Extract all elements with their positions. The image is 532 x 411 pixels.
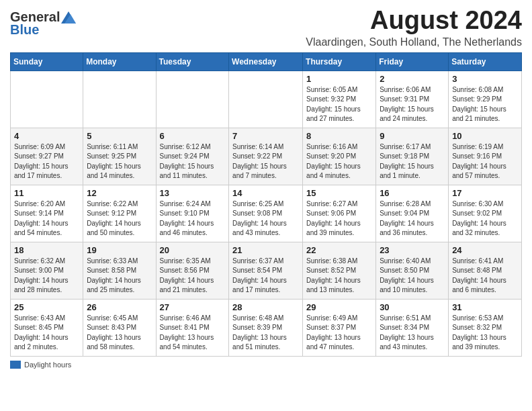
day-info: Sunrise: 6:40 AM Sunset: 8:50 PM Dayligh… — [380, 257, 445, 295]
calendar-cell: 23Sunrise: 6:40 AM Sunset: 8:50 PM Dayli… — [376, 242, 449, 299]
calendar-table: SundayMondayTuesdayWednesdayThursdayFrid… — [10, 52, 522, 357]
day-info: Sunrise: 6:09 AM Sunset: 9:27 PM Dayligh… — [14, 142, 79, 181]
calendar-cell: 30Sunrise: 6:51 AM Sunset: 8:34 PM Dayli… — [376, 299, 449, 356]
weekday-header-wednesday: Wednesday — [229, 52, 303, 71]
calendar-cell: 7Sunrise: 6:14 AM Sunset: 9:22 PM Daylig… — [229, 128, 303, 185]
day-info: Sunrise: 6:48 AM Sunset: 8:39 PM Dayligh… — [232, 314, 299, 353]
day-info: Sunrise: 6:19 AM Sunset: 9:16 PM Dayligh… — [452, 142, 518, 181]
day-info: Sunrise: 6:33 AM Sunset: 8:58 PM Dayligh… — [87, 257, 152, 295]
day-number: 12 — [87, 188, 152, 198]
weekday-header-saturday: Saturday — [449, 52, 522, 71]
day-info: Sunrise: 6:20 AM Sunset: 9:14 PM Dayligh… — [14, 199, 79, 238]
day-info: Sunrise: 6:25 AM Sunset: 9:08 PM Dayligh… — [232, 199, 299, 238]
calendar-cell: 18Sunrise: 6:32 AM Sunset: 9:00 PM Dayli… — [11, 242, 83, 299]
calendar-cell — [11, 71, 83, 128]
day-number: 13 — [160, 188, 226, 198]
calendar-cell: 28Sunrise: 6:48 AM Sunset: 8:39 PM Dayli… — [229, 299, 303, 356]
day-number: 19 — [87, 245, 152, 255]
day-info: Sunrise: 6:41 AM Sunset: 8:48 PM Dayligh… — [452, 257, 518, 295]
logo-icon — [61, 11, 76, 24]
day-info: Sunrise: 6:05 AM Sunset: 9:32 PM Dayligh… — [306, 85, 372, 124]
day-number: 7 — [232, 131, 299, 141]
calendar-cell: 16Sunrise: 6:28 AM Sunset: 9:04 PM Dayli… — [376, 185, 449, 242]
calendar-cell: 2Sunrise: 6:06 AM Sunset: 9:31 PM Daylig… — [376, 71, 449, 128]
calendar-cell — [83, 71, 156, 128]
day-info: Sunrise: 6:16 AM Sunset: 9:20 PM Dayligh… — [306, 142, 372, 181]
day-number: 10 — [452, 131, 518, 141]
logo-blue-text: Blue — [10, 22, 39, 38]
calendar-cell: 9Sunrise: 6:17 AM Sunset: 9:18 PM Daylig… — [376, 128, 449, 185]
day-number: 31 — [452, 302, 518, 312]
day-number: 2 — [380, 74, 445, 84]
weekday-header-tuesday: Tuesday — [156, 52, 229, 71]
calendar-cell: 1Sunrise: 6:05 AM Sunset: 9:32 PM Daylig… — [303, 71, 376, 128]
calendar-week-row: 11Sunrise: 6:20 AM Sunset: 9:14 PM Dayli… — [11, 185, 522, 242]
calendar-cell: 11Sunrise: 6:20 AM Sunset: 9:14 PM Dayli… — [11, 185, 83, 242]
day-number: 11 — [14, 188, 79, 198]
day-info: Sunrise: 6:51 AM Sunset: 8:34 PM Dayligh… — [380, 314, 445, 353]
calendar-cell — [229, 71, 303, 128]
day-info: Sunrise: 6:32 AM Sunset: 9:00 PM Dayligh… — [14, 257, 79, 295]
day-info: Sunrise: 6:27 AM Sunset: 9:06 PM Dayligh… — [306, 199, 372, 238]
day-number: 25 — [14, 302, 79, 312]
calendar-cell: 12Sunrise: 6:22 AM Sunset: 9:12 PM Dayli… — [83, 185, 156, 242]
day-number: 15 — [306, 188, 372, 198]
calendar-cell: 21Sunrise: 6:37 AM Sunset: 8:54 PM Dayli… — [229, 242, 303, 299]
day-info: Sunrise: 6:30 AM Sunset: 9:02 PM Dayligh… — [452, 199, 518, 238]
day-info: Sunrise: 6:43 AM Sunset: 8:45 PM Dayligh… — [14, 314, 79, 353]
calendar-cell: 15Sunrise: 6:27 AM Sunset: 9:06 PM Dayli… — [303, 185, 376, 242]
day-info: Sunrise: 6:24 AM Sunset: 9:10 PM Dayligh… — [160, 199, 226, 238]
calendar-cell: 29Sunrise: 6:49 AM Sunset: 8:37 PM Dayli… — [303, 299, 376, 356]
day-info: Sunrise: 6:37 AM Sunset: 8:54 PM Dayligh… — [232, 257, 299, 295]
location-subtitle: Vlaardingen, South Holland, The Netherla… — [306, 36, 522, 48]
legend-label: Daylight hours — [24, 361, 71, 369]
day-info: Sunrise: 6:28 AM Sunset: 9:04 PM Dayligh… — [380, 199, 445, 238]
day-number: 20 — [160, 245, 226, 255]
day-number: 24 — [452, 245, 518, 255]
calendar-cell: 31Sunrise: 6:53 AM Sunset: 8:32 PM Dayli… — [449, 299, 522, 356]
day-number: 21 — [232, 245, 299, 255]
calendar-cell: 27Sunrise: 6:46 AM Sunset: 8:41 PM Dayli… — [156, 299, 229, 356]
day-info: Sunrise: 6:14 AM Sunset: 9:22 PM Dayligh… — [232, 142, 299, 181]
day-number: 18 — [14, 245, 79, 255]
calendar-cell: 25Sunrise: 6:43 AM Sunset: 8:45 PM Dayli… — [11, 299, 83, 356]
legend: Daylight hours — [10, 361, 522, 369]
day-number: 3 — [452, 74, 518, 84]
day-number: 8 — [306, 131, 372, 141]
day-number: 22 — [306, 245, 372, 255]
day-number: 16 — [380, 188, 445, 198]
day-number: 23 — [380, 245, 445, 255]
calendar-cell: 20Sunrise: 6:35 AM Sunset: 8:56 PM Dayli… — [156, 242, 229, 299]
day-number: 30 — [380, 302, 445, 312]
day-info: Sunrise: 6:49 AM Sunset: 8:37 PM Dayligh… — [306, 314, 372, 353]
month-title: August 2024 — [306, 7, 522, 35]
day-number: 1 — [306, 74, 372, 84]
calendar-week-row: 4Sunrise: 6:09 AM Sunset: 9:27 PM Daylig… — [11, 128, 522, 185]
day-info: Sunrise: 6:46 AM Sunset: 8:41 PM Dayligh… — [160, 314, 226, 353]
day-number: 5 — [87, 131, 152, 141]
day-number: 26 — [87, 302, 152, 312]
weekday-header-sunday: Sunday — [11, 52, 83, 71]
day-number: 29 — [306, 302, 372, 312]
calendar-cell: 8Sunrise: 6:16 AM Sunset: 9:20 PM Daylig… — [303, 128, 376, 185]
calendar-week-row: 18Sunrise: 6:32 AM Sunset: 9:00 PM Dayli… — [11, 242, 522, 299]
calendar-cell: 24Sunrise: 6:41 AM Sunset: 8:48 PM Dayli… — [449, 242, 522, 299]
day-number: 4 — [14, 131, 79, 141]
logo: General Blue — [10, 9, 76, 38]
title-block: August 2024 Vlaardingen, South Holland, … — [306, 7, 522, 48]
calendar-cell: 10Sunrise: 6:19 AM Sunset: 9:16 PM Dayli… — [449, 128, 522, 185]
day-info: Sunrise: 6:11 AM Sunset: 9:25 PM Dayligh… — [87, 142, 152, 181]
day-number: 17 — [452, 188, 518, 198]
weekday-header-row: SundayMondayTuesdayWednesdayThursdayFrid… — [11, 52, 522, 71]
day-info: Sunrise: 6:17 AM Sunset: 9:18 PM Dayligh… — [380, 142, 445, 181]
calendar-cell: 26Sunrise: 6:45 AM Sunset: 8:43 PM Dayli… — [83, 299, 156, 356]
weekday-header-friday: Friday — [376, 52, 449, 71]
day-info: Sunrise: 6:38 AM Sunset: 8:52 PM Dayligh… — [306, 257, 372, 295]
calendar-cell: 5Sunrise: 6:11 AM Sunset: 9:25 PM Daylig… — [83, 128, 156, 185]
calendar-cell: 13Sunrise: 6:24 AM Sunset: 9:10 PM Dayli… — [156, 185, 229, 242]
calendar-cell — [156, 71, 229, 128]
calendar-cell: 17Sunrise: 6:30 AM Sunset: 9:02 PM Dayli… — [449, 185, 522, 242]
day-number: 27 — [160, 302, 226, 312]
day-info: Sunrise: 6:35 AM Sunset: 8:56 PM Dayligh… — [160, 257, 226, 295]
page-header: General Blue August 2024 Vlaardingen, So… — [10, 7, 522, 48]
